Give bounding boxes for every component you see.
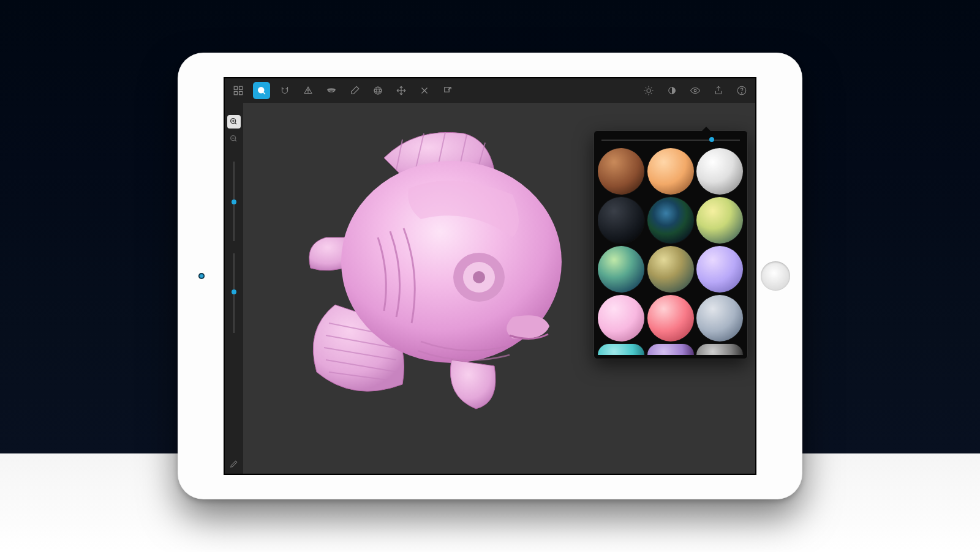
mat-purple[interactable] — [647, 344, 694, 355]
svg-line-26 — [651, 93, 652, 94]
svg-line-28 — [646, 93, 647, 94]
move-icon[interactable] — [393, 82, 410, 99]
svg-point-30 — [694, 89, 696, 92]
mat-earth[interactable] — [647, 197, 694, 244]
svg-point-12 — [374, 89, 382, 92]
mat-cyan[interactable] — [598, 344, 644, 355]
left-sidebar — [225, 103, 243, 474]
mat-white[interactable] — [696, 148, 743, 195]
popover-arrow-icon — [702, 127, 710, 131]
bowl-icon[interactable] — [323, 82, 340, 99]
svg-rect-0 — [234, 86, 237, 89]
mat-peach[interactable] — [647, 148, 694, 195]
svg-line-27 — [651, 88, 652, 89]
svg-point-53 — [473, 271, 485, 283]
brush-size-slider[interactable] — [233, 162, 235, 241]
mat-yellow[interactable] — [696, 197, 743, 244]
svg-point-20 — [647, 89, 650, 92]
help-icon[interactable] — [733, 82, 750, 99]
eye-icon[interactable] — [687, 82, 704, 99]
mat-steel[interactable] — [696, 295, 743, 341]
material-popover — [594, 130, 748, 359]
brush-strength-slider[interactable] — [233, 253, 235, 333]
svg-line-5 — [263, 92, 265, 94]
mat-dark[interactable] — [598, 197, 644, 244]
top-toolbar — [225, 78, 755, 103]
svg-line-39 — [235, 140, 236, 141]
search-icon[interactable] — [253, 82, 270, 99]
mat-bronze[interactable] — [598, 148, 644, 195]
svg-line-25 — [646, 88, 647, 89]
cross-icon[interactable] — [416, 82, 433, 99]
svg-line-36 — [235, 122, 236, 124]
camera-icon — [198, 273, 205, 279]
svg-line-19 — [448, 88, 451, 91]
sculpt-model — [268, 115, 586, 433]
svg-point-13 — [377, 87, 380, 94]
svg-point-4 — [258, 88, 264, 93]
triangle-icon[interactable] — [300, 82, 317, 99]
svg-point-32 — [741, 92, 742, 93]
material-intensity-slider[interactable] — [601, 136, 740, 144]
ipad-device — [178, 53, 802, 499]
material-grid — [598, 148, 744, 355]
share-icon[interactable] — [710, 82, 727, 99]
magnet-icon[interactable] — [276, 82, 293, 99]
zoom-in-button[interactable] — [227, 115, 241, 129]
svg-point-11 — [374, 87, 382, 94]
home-button[interactable] — [761, 261, 790, 291]
mat-olive[interactable] — [647, 246, 694, 293]
viewport-canvas[interactable] — [243, 103, 755, 474]
mat-pink[interactable] — [598, 295, 644, 341]
grid-icon[interactable] — [230, 82, 247, 99]
svg-rect-1 — [239, 86, 243, 89]
mat-gray[interactable] — [696, 344, 743, 355]
sphere-icon[interactable] — [369, 82, 386, 99]
pencil-icon[interactable] — [229, 459, 239, 469]
render-icon[interactable] — [663, 82, 680, 99]
mat-coral[interactable] — [647, 295, 694, 341]
app-screen — [224, 77, 756, 475]
zoom-out-button[interactable] — [227, 132, 241, 146]
svg-rect-2 — [234, 92, 237, 95]
mat-lavender[interactable] — [696, 246, 743, 293]
mat-teal[interactable] — [598, 246, 644, 293]
svg-rect-3 — [239, 92, 243, 95]
expand-icon[interactable] — [439, 82, 456, 99]
light-icon[interactable] — [640, 82, 657, 99]
eraser-icon[interactable] — [346, 82, 363, 99]
